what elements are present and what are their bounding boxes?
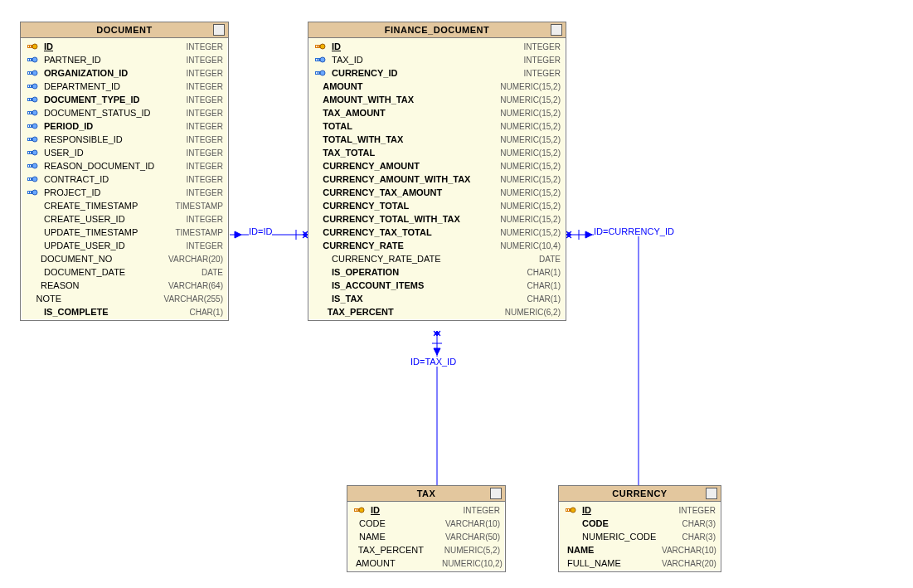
column-row[interactable]: CURRENCY_TOTALNUMERIC(15,2) (308, 199, 566, 212)
pk-key-icon (313, 41, 328, 51)
column-row[interactable]: NOTEVARCHAR(255) (21, 292, 228, 305)
column-row[interactable]: TAX_PERCENTNUMERIC(5,2) (347, 543, 505, 556)
column-row[interactable]: CURRENCY_TAX_AMOUNTNUMERIC(15,2) (308, 186, 566, 199)
table-document[interactable]: DOCUMENT IDINTEGERPARTNER_IDINTEGERORGAN… (20, 22, 229, 321)
column-row[interactable]: DOCUMENT_DATEDATE (21, 265, 228, 279)
table-title: FINANCE_DOCUMENT (385, 25, 490, 35)
svg-rect-60 (30, 192, 31, 193)
table-header-tax[interactable]: TAX (347, 486, 505, 502)
column-name: ID (44, 41, 168, 51)
column-row[interactable]: IS_ACCOUNT_ITEMSCHAR(1) (308, 279, 566, 292)
column-row[interactable]: TAX_PERCENTNUMERIC(6,2) (308, 305, 566, 318)
column-row[interactable]: IDINTEGER (347, 503, 505, 517)
svg-point-22 (32, 70, 37, 75)
column-name: NOTE (36, 294, 161, 304)
column-row[interactable]: NUMERIC_CODECHAR(3) (559, 530, 721, 543)
column-row[interactable]: CURRENCY_TOTAL_WITH_TAXNUMERIC(15,2) (308, 212, 566, 226)
column-row[interactable]: PARTNER_IDINTEGER (21, 53, 228, 66)
column-row[interactable]: TOTALNUMERIC(15,2) (308, 119, 566, 133)
column-row[interactable]: RESPONSIBLE_IDINTEGER (21, 133, 228, 146)
table-finance-document[interactable]: FINANCE_DOCUMENT IDINTEGERTAX_IDINTEGERC… (308, 22, 566, 321)
column-row[interactable]: TAX_IDINTEGER (308, 53, 566, 66)
column-name: CODE (359, 518, 442, 528)
fk-key-icon (26, 174, 41, 184)
table-rows-currency: IDINTEGERCODECHAR(3)NUMERIC_CODECHAR(3)N… (559, 502, 721, 571)
column-row[interactable]: AMOUNTNUMERIC(10,2) (347, 556, 505, 570)
svg-rect-28 (30, 85, 31, 87)
column-row[interactable]: CODECHAR(3) (559, 517, 721, 530)
svg-rect-23 (28, 72, 29, 74)
column-type: NUMERIC(15,2) (500, 135, 561, 144)
svg-point-34 (32, 110, 37, 115)
column-type: CHAR(1) (527, 268, 561, 277)
column-row[interactable]: IS_OPERATIONCHAR(1) (308, 265, 566, 279)
column-row[interactable]: AMOUNTNUMERIC(15,2) (308, 80, 566, 93)
svg-rect-16 (30, 46, 31, 47)
collapse-icon[interactable] (490, 488, 502, 499)
column-type: NUMERIC(15,2) (500, 202, 561, 211)
column-type: NUMERIC(15,2) (500, 162, 561, 171)
svg-rect-64 (318, 46, 318, 47)
column-name: CURRENCY_ID (332, 68, 506, 78)
svg-rect-44 (30, 138, 31, 140)
column-row[interactable]: CURRENCY_TAX_TOTALNUMERIC(15,2) (308, 226, 566, 239)
svg-point-54 (32, 177, 37, 182)
column-row[interactable]: DOCUMENT_NOVARCHAR(20) (21, 252, 228, 265)
column-type: NUMERIC(15,2) (500, 95, 561, 104)
column-row[interactable]: IS_COMPLETECHAR(1) (21, 305, 228, 318)
column-row[interactable]: TAX_AMOUNTNUMERIC(15,2) (308, 106, 566, 119)
column-name: TAX_PERCENT (328, 307, 502, 317)
column-row[interactable]: IS_TAXCHAR(1) (308, 292, 566, 305)
collapse-icon[interactable] (551, 24, 562, 36)
column-row[interactable]: CONTRACT_IDINTEGER (21, 173, 228, 186)
column-name: ORGANIZATION_ID (44, 68, 168, 78)
column-row[interactable]: FULL_NAMEVARCHAR(20) (559, 556, 721, 570)
column-type: CHAR(1) (527, 294, 561, 304)
svg-rect-47 (28, 152, 29, 153)
column-type: NUMERIC(15,2) (500, 82, 561, 91)
collapse-icon[interactable] (213, 24, 225, 36)
column-row[interactable]: ORGANIZATION_IDINTEGER (21, 66, 228, 80)
column-row[interactable]: CODEVARCHAR(10) (347, 517, 505, 530)
column-row[interactable]: UPDATE_TIMESTAMPTIMESTAMP (21, 226, 228, 239)
column-row[interactable]: USER_IDINTEGER (21, 146, 228, 159)
column-row[interactable]: AMOUNT_WITH_TAXNUMERIC(15,2) (308, 93, 566, 106)
svg-point-70 (320, 70, 325, 75)
column-row[interactable]: REASON_DOCUMENT_IDINTEGER (21, 159, 228, 173)
column-row[interactable]: DEPARTMENT_IDINTEGER (21, 80, 228, 93)
table-tax[interactable]: TAX IDINTEGERCODEVARCHAR(10)NAMEVARCHAR(… (347, 485, 506, 572)
table-header-currency[interactable]: CURRENCY (559, 486, 721, 502)
svg-point-78 (571, 508, 575, 513)
column-row[interactable]: DOCUMENT_STATUS_IDINTEGER (21, 106, 228, 119)
rel-label-doc-fd: ID=ID (249, 226, 272, 236)
column-row[interactable]: IDINTEGER (559, 503, 721, 517)
column-row[interactable]: NAMEVARCHAR(10) (559, 543, 721, 556)
collapse-icon[interactable] (706, 488, 717, 499)
column-type: VARCHAR(50) (445, 532, 500, 542)
column-type: NUMERIC(15,2) (500, 215, 561, 224)
column-row[interactable]: DOCUMENT_TYPE_IDINTEGER (21, 93, 228, 106)
column-row[interactable]: CURRENCY_IDINTEGER (308, 66, 566, 80)
column-row[interactable]: CURRENCY_RATENUMERIC(10,4) (308, 239, 566, 252)
column-row[interactable]: NAMEVARCHAR(50) (347, 530, 505, 543)
column-row[interactable]: TAX_TOTALNUMERIC(15,2) (308, 146, 566, 159)
fk-key-icon (313, 55, 328, 65)
column-row[interactable]: TOTAL_WITH_TAXNUMERIC(15,2) (308, 133, 566, 146)
column-row[interactable]: IDINTEGER (21, 40, 228, 53)
column-row[interactable]: CREATE_TIMESTAMPTIMESTAMP (21, 199, 228, 212)
column-row[interactable]: CREATE_USER_IDINTEGER (21, 212, 228, 226)
table-header-document[interactable]: DOCUMENT (21, 22, 228, 38)
column-row[interactable]: PROJECT_IDINTEGER (21, 186, 228, 199)
column-row[interactable]: CURRENCY_RATE_DATEDATE (308, 252, 566, 265)
table-currency[interactable]: CURRENCY IDINTEGERCODECHAR(3)NUMERIC_COD… (558, 485, 721, 572)
svg-rect-68 (318, 59, 318, 61)
column-row[interactable]: CURRENCY_AMOUNTNUMERIC(15,2) (308, 159, 566, 173)
column-row[interactable]: IDINTEGER (308, 40, 566, 53)
column-row[interactable]: REASONVARCHAR(64) (21, 279, 228, 292)
svg-marker-7 (585, 231, 592, 238)
column-row[interactable]: CURRENCY_AMOUNT_WITH_TAXNUMERIC(15,2) (308, 173, 566, 186)
column-type: INTEGER (187, 148, 223, 158)
column-row[interactable]: UPDATE_USER_IDINTEGER (21, 239, 228, 252)
table-header-finance-document[interactable]: FINANCE_DOCUMENT (308, 22, 566, 38)
column-row[interactable]: PERIOD_IDINTEGER (21, 119, 228, 133)
